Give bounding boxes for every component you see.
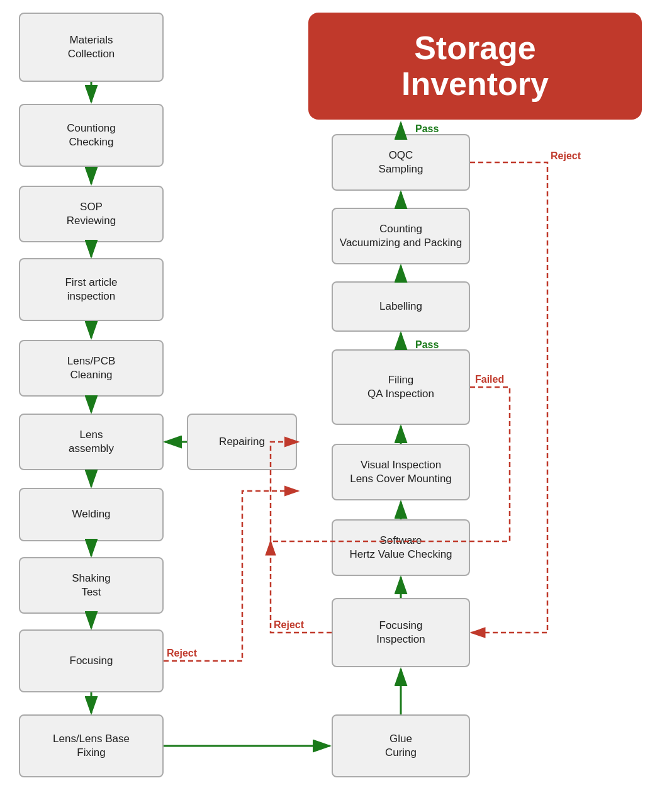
welding-box: Welding [19, 488, 164, 541]
glue-curing-label: GlueCuring [385, 732, 417, 760]
counting-vacuumizing-box: CountingVacuumizing and Packing [332, 208, 470, 264]
reject-label-3: Reject [274, 619, 305, 630]
filing-qa-inspection-box: FilingQA Inspection [332, 349, 470, 425]
flowchart: StorageInventory MaterialsCollection Cou… [0, 0, 667, 812]
materials-collection-box: MaterialsCollection [19, 13, 164, 82]
focusing-inspection-box: FocusingInspection [332, 598, 470, 667]
glue-curing-box: GlueCuring [332, 714, 470, 777]
shaking-test-label: ShakingTest [72, 572, 110, 599]
software-hertz-box: SoftwareHertz Value Checking [332, 519, 470, 576]
lens-assembly-label: Lensassembly [69, 428, 114, 456]
software-hertz-label: SoftwareHertz Value Checking [349, 534, 452, 561]
oqc-sampling-box: OQCSampling [332, 134, 470, 191]
labelling-box: Labelling [332, 281, 470, 332]
reject-label-2: Reject [167, 648, 198, 658]
lens-pcb-cleaning-label: Lens/PCBCleaning [67, 354, 116, 382]
filing-qa-inspection-label: FilingQA Inspection [367, 373, 434, 401]
pass-label-2: Pass [415, 339, 439, 350]
sop-reviewing-label: SOPReviewing [67, 200, 116, 228]
focusing-inspection-label: FocusingInspection [376, 619, 425, 646]
lens-lens-base-fixing-label: Lens/Lens BaseFixing [53, 732, 130, 760]
labelling-label: Labelling [379, 300, 422, 313]
focusing-box: Focusing [19, 629, 164, 692]
repairing-label: Repairing [219, 435, 265, 449]
counting-vacuumizing-label: CountingVacuumizing and Packing [340, 222, 462, 250]
shaking-test-box: ShakingTest [19, 557, 164, 614]
lens-lens-base-fixing-box: Lens/Lens BaseFixing [19, 714, 164, 777]
storage-inventory-box: StorageInventory [308, 13, 642, 120]
repairing-box: Repairing [187, 414, 297, 470]
lens-assembly-box: Lensassembly [19, 414, 164, 470]
visual-inspection-label: Visual InspectionLens Cover Mounting [350, 458, 452, 486]
lens-pcb-cleaning-box: Lens/PCBCleaning [19, 340, 164, 397]
focusing-label: Focusing [70, 654, 113, 668]
storage-inventory-label: StorageInventory [401, 30, 549, 102]
welding-label: Welding [72, 507, 110, 521]
countiong-checking-label: CountiongChecking [67, 121, 116, 149]
failed-label: Failed [475, 374, 504, 385]
sop-reviewing-box: SOPReviewing [19, 186, 164, 242]
visual-inspection-box: Visual InspectionLens Cover Mounting [332, 444, 470, 500]
oqc-sampling-label: OQCSampling [379, 149, 423, 176]
materials-collection-label: MaterialsCollection [68, 33, 115, 61]
pass-label-1: Pass [415, 123, 439, 134]
reject-label-1: Reject [551, 150, 581, 161]
first-article-inspection-box: First articleinspection [19, 258, 164, 321]
first-article-inspection-label: First articleinspection [65, 276, 117, 303]
countiong-checking-box: CountiongChecking [19, 104, 164, 167]
